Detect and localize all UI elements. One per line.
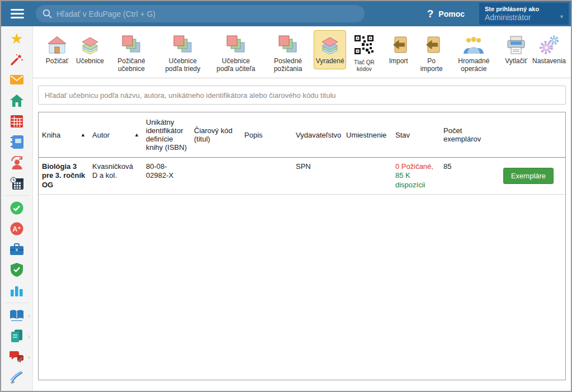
substitution-person-icon <box>10 156 24 169</box>
signature-pen-icon <box>10 371 24 384</box>
calendar-clock-icon <box>10 177 24 190</box>
toolbar-item-pozicane-ucebnice[interactable]: Požičané učebnice <box>107 30 156 77</box>
stacked-squares-icon <box>225 34 247 56</box>
sidebar-divider <box>4 195 29 196</box>
cell-actions: Exempláre <box>491 158 565 195</box>
toolbar-item-label: Vyradené <box>316 58 344 65</box>
toolbar-item-label: Vytlačiť <box>505 58 527 65</box>
toolbar-item-vyradene[interactable]: Vyradené <box>314 30 346 69</box>
toolbar-item-po-importe[interactable]: Po importe <box>415 30 448 77</box>
book-filter-input[interactable] <box>38 86 566 105</box>
search-icon <box>42 9 52 18</box>
toolbar-item-label: Učebnice podľa učiteľa <box>214 58 258 73</box>
book-filter <box>38 86 566 105</box>
toolbar-item-vytlacit[interactable]: Vytlačiť <box>500 30 532 69</box>
table-header-row: Kniha▲ Autor▲ Unikátny identifikátor def… <box>39 112 565 158</box>
sidebar-item-calendar[interactable] <box>1 173 32 193</box>
column-header-kniha[interactable]: Kniha▲ <box>39 112 89 158</box>
toolbar-item-label: Nastavenia <box>532 58 566 65</box>
column-header-pocet-exemplarov[interactable]: Počet exemplárov <box>440 112 491 158</box>
toolbar-item-pozicat[interactable]: Požičať <box>41 30 73 69</box>
column-header-isbn[interactable]: Unikátny identifikátor definície knihy (… <box>143 112 191 158</box>
toolbar-item-posledne-pozicania[interactable]: Posledné požičania <box>263 30 313 77</box>
toolbar-item-label: Tlač QR kódov <box>351 59 378 72</box>
toolbar-item-label: Učebnice podľa triedy <box>160 58 205 73</box>
content-area: Požičať Učebnice Požičané učebnice <box>33 26 571 391</box>
toolbar-item-label: Po importe <box>419 58 444 73</box>
logged-in-as-label: Ste prihlásený ako <box>485 5 563 13</box>
sidebar-item-communication[interactable]: › <box>1 346 32 367</box>
toolbar-item-label: Hromadné operácie <box>452 58 495 73</box>
toolbar-item-ucebnice-podla-triedy[interactable]: Učebnice podľa triedy <box>157 30 209 77</box>
toolbar-item-ucebnice-podla-ucitela[interactable]: Učebnice podľa učiteľa <box>210 30 262 77</box>
global-search[interactable] <box>36 5 365 22</box>
edupage-window: ? Pomoc Ste prihlásený ako Administrátor… <box>0 0 572 392</box>
chat-edit-icon <box>10 351 24 363</box>
cell-vydavatelstvo: SPN <box>292 158 343 195</box>
sidebar-item-statistics[interactable] <box>1 280 32 301</box>
sidebar: ★ <box>1 26 33 391</box>
library-book-icon <box>10 309 24 321</box>
toolbar-item-tlac-qr-kodov[interactable]: Tlač QR kódov <box>347 30 382 76</box>
toolbar-item-label: Požičané učebnice <box>111 58 152 73</box>
global-search-input[interactable] <box>56 10 358 18</box>
toolbar-item-nastavenia[interactable]: Nastavenia <box>533 30 565 69</box>
column-header-stav[interactable]: Stav <box>392 112 440 158</box>
logged-in-user-dropdown[interactable]: Ste prihlásený ako Administrátor ▼ <box>479 3 569 25</box>
sidebar-item-home[interactable] <box>1 90 32 111</box>
help-button[interactable]: ? Pomoc <box>427 8 465 20</box>
timetable-grid-icon <box>11 115 23 127</box>
toolbar-item-label: Požičať <box>46 58 69 65</box>
toolbar-item-label: Učebnice <box>76 58 104 65</box>
toolbar-item-import[interactable]: Import <box>382 30 415 69</box>
toolbar-item-hromadne-operacie[interactable]: Hromadné operácie <box>448 30 499 77</box>
sidebar-divider <box>4 303 29 303</box>
layer-stack-icon <box>319 34 341 56</box>
help-label: Pomoc <box>438 10 465 18</box>
sidebar-item-documents[interactable]: › <box>1 325 32 346</box>
briefcase-icon <box>10 243 23 256</box>
cell-pocet-exemplarov: 85 <box>440 158 491 195</box>
sidebar-item-substitution[interactable] <box>1 152 32 173</box>
chevron-right-icon: › <box>28 332 30 340</box>
exemplare-button[interactable]: Exempláre <box>503 168 554 184</box>
sidebar-item-agenda[interactable] <box>1 239 32 259</box>
star-icon: ★ <box>10 31 23 46</box>
cell-kniha: Biológia 3 pre 3. ročník OG <box>39 158 89 195</box>
sidebar-item-library[interactable]: › <box>1 305 32 325</box>
top-bar: ? Pomoc Ste prihlásený ako Administrátor… <box>1 1 571 26</box>
qr-code-icon <box>354 34 374 56</box>
door-arrow-import-icon <box>422 34 441 56</box>
sidebar-item-attendance[interactable] <box>1 197 32 218</box>
sidebar-item-messages[interactable] <box>1 69 32 90</box>
stav-k-dispozicii: 85 K dispozícii <box>395 171 437 190</box>
svg-text:A⁺: A⁺ <box>13 225 21 233</box>
people-group-icon <box>463 34 484 56</box>
toolbar-item-label: Posledné požičania <box>267 58 309 73</box>
sidebar-item-grades[interactable]: A⁺ <box>1 218 32 239</box>
sidebar-item-wizard[interactable] <box>1 49 32 69</box>
cell-stav: 0 Požičané, 85 K dispozícii <box>392 158 440 195</box>
column-header-ciarovy-kod[interactable]: Čiarový kód (titul) <box>191 112 241 158</box>
column-header-popis[interactable]: Popis <box>241 112 292 158</box>
column-header-vydavatelstvo[interactable]: Vydavateľstvo <box>292 112 343 158</box>
sidebar-item-signature[interactable] <box>1 367 32 388</box>
grade-a-plus-icon: A⁺ <box>10 222 23 235</box>
column-header-umiestnenie[interactable]: Umiestnenie <box>343 112 392 158</box>
column-header-actions <box>491 112 565 158</box>
sidebar-item-timetable[interactable] <box>1 111 32 131</box>
toolbar-item-label: Import <box>389 58 408 65</box>
sidebar-item-favorites[interactable]: ★ <box>1 28 32 49</box>
stav-pozicane: 0 Požičané, <box>395 162 437 171</box>
cell-popis <box>241 158 292 195</box>
sidebar-item-classbook[interactable] <box>1 131 32 152</box>
stacked-squares-icon <box>121 34 142 56</box>
sidebar-item-security[interactable] <box>1 259 32 280</box>
column-header-autor[interactable]: Autor▲ <box>89 112 143 158</box>
printer-icon <box>506 34 526 56</box>
house-icon <box>47 34 67 56</box>
library-toolbar: Požičať Učebnice Požičané učebnice <box>33 26 571 78</box>
hamburger-menu-icon[interactable] <box>1 9 34 18</box>
toolbar-item-ucebnice[interactable]: Učebnice <box>74 30 106 69</box>
shield-check-icon <box>11 263 23 277</box>
